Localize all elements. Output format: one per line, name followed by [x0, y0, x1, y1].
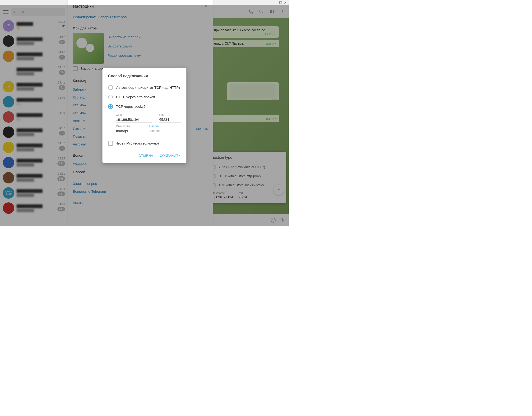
host-input[interactable] [116, 116, 152, 123]
ipv6-label: Через IPv6 (если возможно) [116, 141, 159, 145]
password-input[interactable] [149, 128, 181, 134]
radio-tcp[interactable]: TCP через socks5 [108, 102, 181, 111]
host-label: Хост [116, 113, 152, 116]
radio-auto[interactable]: Автовыбор (приоритет TCP над HTTP) [108, 83, 181, 92]
save-button[interactable]: СОХРАНИТЬ [160, 154, 181, 158]
radio-http-label: HTTP через http-прокси [116, 95, 155, 99]
password-label: Пароль [149, 125, 181, 128]
radio-icon [108, 95, 113, 99]
radio-tcp-label: TCP через socks5 [116, 104, 146, 108]
popup-title: Способ подключения [108, 74, 181, 78]
radio-icon [108, 104, 113, 109]
port-input[interactable] [159, 116, 181, 123]
ipv6-checkbox[interactable] [108, 141, 113, 146]
radio-auto-label: Автовыбор (приоритет TCP над HTTP) [116, 86, 180, 89]
radio-icon [108, 85, 113, 90]
cancel-button[interactable]: ОТМЕНА [139, 154, 153, 158]
username-input[interactable] [116, 128, 142, 134]
connection-popup: Способ подключения Автовыбор (приоритет … [103, 68, 186, 163]
close-window-icon[interactable]: ✕ [284, 1, 287, 4]
radio-http[interactable]: HTTP через http-прокси [108, 92, 181, 102]
maximize-icon[interactable]: ☐ [279, 1, 282, 4]
minimize-icon[interactable]: ─ [275, 1, 277, 4]
username-label: Имя польз… [116, 125, 142, 128]
port-label: Порт [159, 113, 181, 116]
modal-overlay[interactable]: Способ подключения Автовыбор (приоритет … [0, 5, 289, 226]
